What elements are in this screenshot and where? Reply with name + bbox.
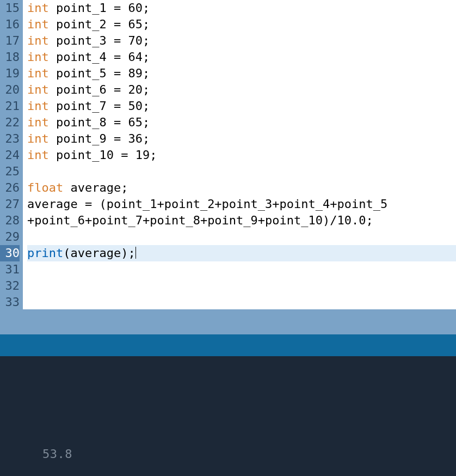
line-number: 32 (0, 278, 20, 294)
line-number-gutter: 15161718192021222324252627282930313233 (0, 0, 23, 309)
line-number: 24 (0, 147, 20, 163)
code-line[interactable] (27, 163, 456, 180)
code-line[interactable]: int point_2 = 65; (27, 16, 456, 33)
line-number: 23 (0, 131, 20, 147)
line-number: 26 (0, 180, 20, 196)
code-line[interactable]: print(average); (27, 245, 456, 261)
line-number: 31 (0, 261, 20, 278)
line-number: 30 (0, 245, 20, 261)
code-line[interactable]: +point_6+point_7+point_8+point_9+point_1… (27, 212, 456, 229)
line-number: 22 (0, 114, 20, 131)
line-number: 19 (0, 65, 20, 82)
line-number: 18 (0, 49, 20, 65)
code-area[interactable]: int point_1 = 60;int point_2 = 65;int po… (23, 0, 456, 309)
divider-light (0, 309, 456, 334)
code-line[interactable]: int point_8 = 65; (27, 114, 456, 131)
line-number: 33 (0, 294, 20, 310)
code-line[interactable]: int point_9 = 36; (27, 131, 456, 147)
console-output: 53.8 (42, 447, 72, 476)
line-number: 27 (0, 196, 20, 212)
text-cursor (135, 247, 136, 259)
code-line[interactable] (27, 261, 456, 278)
code-editor: 15161718192021222324252627282930313233 i… (0, 0, 456, 309)
line-number: 16 (0, 16, 20, 33)
line-number: 17 (0, 33, 20, 49)
line-number: 28 (0, 212, 20, 229)
code-line[interactable]: int point_6 = 20; (27, 82, 456, 98)
line-number: 29 (0, 229, 20, 245)
line-number: 20 (0, 82, 20, 98)
line-number: 21 (0, 98, 20, 114)
line-number: 15 (0, 0, 20, 16)
code-line[interactable] (27, 229, 456, 245)
console-panel: 53.8 (0, 356, 456, 476)
code-line[interactable] (27, 294, 456, 310)
code-line[interactable] (27, 278, 456, 294)
code-line[interactable]: int point_10 = 19; (27, 147, 456, 163)
code-line[interactable]: int point_4 = 64; (27, 49, 456, 65)
divider-dark (0, 334, 456, 356)
code-line[interactable]: int point_3 = 70; (27, 33, 456, 49)
code-line[interactable]: int point_7 = 50; (27, 98, 456, 114)
code-line[interactable]: average = (point_1+point_2+point_3+point… (27, 196, 456, 212)
line-number: 25 (0, 163, 20, 180)
code-line[interactable]: int point_5 = 89; (27, 65, 456, 82)
code-line[interactable]: int point_1 = 60; (27, 0, 456, 16)
code-line[interactable]: float average; (27, 180, 456, 196)
